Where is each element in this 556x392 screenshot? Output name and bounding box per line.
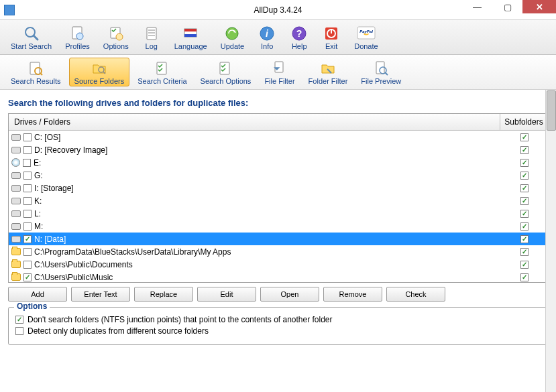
close-button[interactable]: ✕: [522, 0, 556, 13]
subfolders-checkbox[interactable]: [520, 210, 529, 218]
row-path-cell[interactable]: C: [OS]: [9, 133, 500, 142]
row-subfolders-cell[interactable]: [500, 133, 547, 141]
row-path-cell[interactable]: L:: [9, 209, 500, 218]
row-subfolders-cell[interactable]: [500, 159, 547, 167]
row-subfolders-cell[interactable]: [500, 197, 547, 205]
subfolders-checkbox[interactable]: [520, 172, 529, 180]
subfolders-checkbox[interactable]: [520, 273, 529, 281]
start-search-button[interactable]: Start Search: [5, 23, 57, 52]
subfolders-checkbox[interactable]: [520, 197, 529, 205]
vertical-scrollbar[interactable]: [545, 90, 556, 392]
log-button[interactable]: Log: [137, 23, 166, 52]
grid-row[interactable]: C:\ProgramData\BlueStacks\UserData\Libra…: [9, 245, 547, 258]
subfolders-checkbox[interactable]: [520, 184, 529, 192]
row-subfolders-cell[interactable]: [500, 273, 547, 281]
grid-row[interactable]: C:\Users\Public\Music: [9, 271, 547, 282]
tab-folder-filter[interactable]: Folder Filter: [303, 58, 353, 86]
row-subfolders-cell[interactable]: [500, 184, 547, 192]
row-path-cell[interactable]: K:: [9, 196, 500, 206]
row-subfolders-cell[interactable]: [500, 235, 547, 243]
checkbox-icon[interactable]: [15, 327, 23, 335]
minimize-button[interactable]: —: [462, 0, 492, 13]
grid-row[interactable]: C: [OS]: [9, 131, 547, 143]
row-subfolders-cell[interactable]: [500, 146, 547, 154]
row-label: N: [Data]: [34, 235, 66, 244]
row-subfolders-cell[interactable]: [500, 210, 547, 218]
row-checkbox[interactable]: [23, 222, 32, 231]
row-checkbox[interactable]: [23, 261, 32, 269]
tab-search-options[interactable]: Search Options: [195, 58, 257, 86]
tab-search-criteria[interactable]: Search Criteria: [132, 58, 192, 86]
subfolders-checkbox[interactable]: [520, 248, 529, 256]
grid-row[interactable]: M:: [9, 220, 547, 233]
grid-row[interactable]: N: [Data]: [9, 233, 547, 245]
option-ntfs-junction[interactable]: Don't search folders (NTFS junction poin…: [15, 315, 541, 324]
grid-row[interactable]: K:: [9, 194, 547, 207]
row-path-cell[interactable]: N: [Data]: [9, 235, 500, 244]
option-different-sources[interactable]: Detect only duplicates from different so…: [15, 326, 541, 336]
subfolders-checkbox[interactable]: [520, 159, 529, 167]
grid-row[interactable]: E:: [9, 156, 547, 169]
row-path-cell[interactable]: C:\Users\Public\Music: [9, 273, 500, 282]
replace-button[interactable]: Replace: [134, 287, 193, 302]
edit-button[interactable]: Edit: [197, 287, 256, 302]
scrollbar-thumb[interactable]: [547, 90, 556, 131]
update-button[interactable]: Update: [215, 23, 249, 52]
exit-button[interactable]: Exit: [317, 23, 346, 52]
maximize-button[interactable]: ▢: [492, 0, 522, 13]
tab-search-results[interactable]: Search Results: [5, 58, 66, 86]
row-checkbox[interactable]: [23, 273, 32, 281]
info-button[interactable]: i Info: [252, 23, 282, 52]
row-subfolders-cell[interactable]: [500, 172, 547, 180]
add-button[interactable]: Add: [8, 287, 67, 302]
row-subfolders-cell[interactable]: [500, 261, 547, 269]
col-header-drives[interactable]: Drives / Folders: [9, 114, 500, 130]
grid-row[interactable]: C:\Users\Public\Documents: [9, 258, 547, 271]
grid-row[interactable]: D: [Recovery Image]: [9, 143, 547, 156]
open-button[interactable]: Open: [260, 287, 319, 302]
options-group: Options Don't search folders (NTFS junct…: [8, 307, 548, 345]
row-subfolders-cell[interactable]: [500, 248, 547, 256]
row-checkbox[interactable]: [23, 172, 32, 180]
row-subfolders-cell[interactable]: [500, 222, 547, 231]
tab-file-filter[interactable]: File Filter: [259, 58, 300, 86]
row-checkbox[interactable]: [23, 197, 32, 205]
row-checkbox[interactable]: [23, 210, 32, 218]
donate-button[interactable]: PayPal Donate: [349, 23, 383, 52]
row-path-cell[interactable]: M:: [9, 222, 500, 231]
row-checkbox[interactable]: [23, 184, 32, 192]
options-button[interactable]: Options: [98, 23, 134, 52]
tab-file-preview[interactable]: File Preview: [355, 58, 406, 86]
profiles-button[interactable]: Profiles: [60, 23, 95, 52]
row-checkbox[interactable]: [23, 133, 32, 141]
checkbox-icon[interactable]: [15, 316, 23, 324]
subfolders-checkbox[interactable]: [520, 146, 529, 154]
grid-body[interactable]: C: [OS]D: [Recovery Image]E:G:I: [Storag…: [9, 131, 547, 282]
drive-icon: [11, 210, 21, 217]
row-path-cell[interactable]: C:\ProgramData\BlueStacks\UserData\Libra…: [9, 247, 500, 257]
col-header-subfolders[interactable]: Subfolders: [500, 114, 547, 130]
subfolders-checkbox[interactable]: [520, 261, 529, 269]
row-checkbox[interactable]: [23, 146, 32, 154]
subfolders-checkbox[interactable]: [520, 222, 529, 231]
row-checkbox[interactable]: [23, 159, 31, 167]
help-icon: ?: [290, 24, 309, 42]
grid-row[interactable]: G:: [9, 169, 547, 182]
subfolders-checkbox[interactable]: [520, 235, 529, 243]
grid-row[interactable]: I: [Storage]: [9, 182, 547, 194]
row-checkbox[interactable]: [23, 248, 32, 256]
enter-text-button[interactable]: Enter Text: [71, 287, 130, 302]
row-path-cell[interactable]: D: [Recovery Image]: [9, 145, 500, 155]
tab-source-folders[interactable]: Source Folders: [69, 58, 130, 86]
language-button[interactable]: Language: [169, 23, 213, 52]
row-path-cell[interactable]: I: [Storage]: [9, 184, 500, 193]
check-button[interactable]: Check: [386, 287, 445, 302]
remove-button[interactable]: Remove: [323, 287, 382, 302]
help-button[interactable]: ? Help: [284, 23, 314, 52]
subfolders-checkbox[interactable]: [520, 133, 529, 141]
grid-row[interactable]: L:: [9, 207, 547, 220]
row-checkbox[interactable]: [23, 235, 32, 243]
row-path-cell[interactable]: E:: [9, 158, 500, 168]
row-path-cell[interactable]: C:\Users\Public\Documents: [9, 260, 500, 269]
row-path-cell[interactable]: G:: [9, 171, 500, 180]
